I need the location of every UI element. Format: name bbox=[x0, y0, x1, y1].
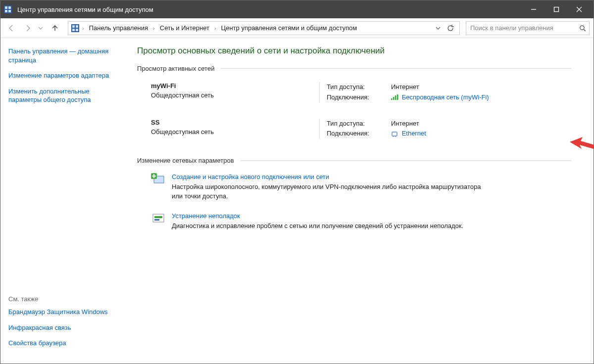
access-value: Интернет bbox=[391, 82, 489, 92]
change-settings-header: Изменение сетевых параметров bbox=[137, 157, 234, 164]
divider bbox=[220, 68, 572, 69]
sidebar-link-sharing[interactable]: Изменить дополнительные параметры общего… bbox=[8, 87, 111, 104]
svg-line-15 bbox=[584, 29, 586, 31]
svg-rect-29 bbox=[154, 219, 159, 221]
address-dropdown[interactable] bbox=[434, 25, 443, 32]
up-button[interactable] bbox=[48, 21, 62, 35]
network-row: myWi-Fi Общедоступная сеть Тип доступа: … bbox=[137, 79, 572, 116]
minimize-button[interactable] bbox=[522, 0, 545, 18]
see-also-header: См. также bbox=[8, 295, 111, 303]
svg-rect-19 bbox=[397, 94, 398, 100]
svg-rect-28 bbox=[154, 216, 162, 218]
breadcrumb-mid[interactable]: Сеть и Интернет bbox=[158, 23, 211, 33]
troubleshoot-icon bbox=[151, 212, 172, 231]
svg-rect-3 bbox=[5, 10, 7, 12]
connection-link-wifi[interactable]: Беспроводная сеть (myWi-Fi) bbox=[402, 93, 489, 101]
svg-rect-12 bbox=[72, 29, 75, 31]
active-networks-header: Просмотр активных сетей bbox=[137, 65, 214, 72]
search-icon[interactable] bbox=[579, 25, 586, 32]
see-also-firewall[interactable]: Брандмауэр Защитника Windows bbox=[8, 308, 111, 317]
page-title: Просмотр основных сведений о сети и наст… bbox=[137, 46, 572, 56]
sidebar-link-adapter[interactable]: Изменение параметров адаптера bbox=[8, 71, 111, 80]
close-button[interactable] bbox=[568, 0, 591, 18]
svg-rect-17 bbox=[393, 97, 395, 100]
access-label: Тип доступа: bbox=[327, 82, 391, 92]
svg-rect-20 bbox=[392, 132, 397, 136]
connections-label: Подключения: bbox=[327, 92, 391, 103]
access-value: Интернет bbox=[391, 119, 426, 129]
search-placeholder: Поиск в панели управления bbox=[470, 24, 553, 32]
maximize-button[interactable] bbox=[545, 0, 568, 18]
toolbar: › Панель управления › Сеть и Интернет › … bbox=[0, 18, 594, 38]
connections-label: Подключения: bbox=[327, 129, 391, 139]
svg-point-14 bbox=[580, 25, 584, 29]
sidebar-link-home[interactable]: Панель управления — домашняя страница bbox=[8, 47, 111, 64]
chevron-right-icon[interactable]: › bbox=[152, 25, 156, 31]
svg-rect-11 bbox=[76, 25, 78, 28]
svg-rect-16 bbox=[391, 98, 393, 100]
setting-title[interactable]: Создание и настройка нового подключения … bbox=[172, 173, 489, 181]
divider bbox=[240, 160, 572, 161]
sidebar: Панель управления — домашняя страница Из… bbox=[0, 38, 119, 364]
see-also-infrared[interactable]: Инфракрасная связь bbox=[8, 323, 111, 332]
svg-marker-30 bbox=[570, 137, 594, 175]
setting-desc: Диагностика и исправление проблем с сеть… bbox=[172, 222, 463, 231]
chevron-right-icon[interactable]: › bbox=[213, 25, 217, 31]
refresh-button[interactable] bbox=[445, 22, 456, 34]
recent-dropdown[interactable] bbox=[38, 26, 45, 31]
address-icon bbox=[71, 24, 79, 32]
chevron-right-icon[interactable]: › bbox=[81, 25, 85, 31]
svg-rect-10 bbox=[72, 25, 75, 28]
svg-rect-6 bbox=[554, 7, 559, 12]
connection-link-ethernet[interactable]: Ethernet bbox=[402, 130, 426, 137]
network-kind: Общедоступная сеть bbox=[151, 91, 319, 99]
network-kind: Общедоступная сеть bbox=[151, 128, 319, 136]
setting-desc: Настройка широкополосного, коммутируемог… bbox=[172, 182, 489, 201]
annotation-arrow bbox=[570, 137, 594, 182]
svg-rect-13 bbox=[76, 29, 78, 31]
network-name: myWi-Fi bbox=[151, 82, 319, 90]
svg-rect-2 bbox=[8, 6, 11, 9]
address-bar[interactable]: › Панель управления › Сеть и Интернет › … bbox=[68, 21, 460, 35]
wifi-signal-icon bbox=[391, 94, 400, 100]
forward-button[interactable] bbox=[21, 21, 35, 35]
see-also-browser[interactable]: Свойства браузера bbox=[8, 339, 111, 348]
svg-rect-1 bbox=[5, 6, 7, 9]
setting-new-connection: Создание и настройка нового подключения … bbox=[137, 171, 572, 210]
window-title: Центр управления сетями и общим доступом bbox=[17, 6, 522, 13]
svg-rect-4 bbox=[8, 10, 11, 12]
new-connection-icon bbox=[151, 173, 172, 201]
app-icon bbox=[3, 5, 12, 14]
svg-rect-18 bbox=[395, 95, 396, 100]
search-input[interactable]: Поиск в панели управления bbox=[466, 21, 590, 35]
breadcrumb-leaf[interactable]: Центр управления сетями и общим доступом bbox=[219, 23, 359, 33]
back-button[interactable] bbox=[4, 21, 18, 35]
breadcrumb-root[interactable]: Панель управления bbox=[87, 23, 150, 33]
setting-title[interactable]: Устранение неполадок bbox=[172, 212, 463, 220]
network-name: SS bbox=[151, 119, 319, 126]
ethernet-icon bbox=[391, 131, 400, 137]
main-content: Просмотр основных сведений о сети и наст… bbox=[119, 38, 594, 364]
network-row: SS Общедоступная сеть Тип доступа: Подкл… bbox=[137, 116, 572, 152]
access-label: Тип доступа: bbox=[327, 119, 391, 129]
titlebar: Центр управления сетями и общим доступом bbox=[0, 0, 594, 18]
setting-troubleshoot: Устранение неполадок Диагностика и испра… bbox=[137, 210, 572, 240]
